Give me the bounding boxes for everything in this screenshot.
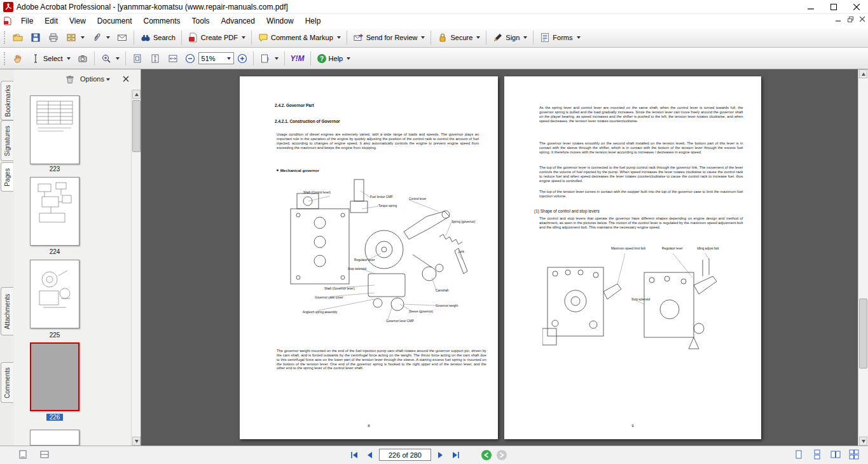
doc-minimize-icon[interactable] <box>836 17 841 22</box>
print-button[interactable] <box>45 30 62 45</box>
tab-attachments[interactable]: Attachments <box>1 287 13 335</box>
menu-document[interactable]: Document <box>92 14 138 28</box>
document-scrollbar[interactable] <box>858 69 868 446</box>
scrollbar-thumb[interactable] <box>132 100 141 152</box>
thumbnail-label-223[interactable]: 223 <box>30 165 79 172</box>
zoom-in-button[interactable] <box>234 51 251 66</box>
fit-width-button[interactable] <box>164 51 182 66</box>
forms-button[interactable]: Forms <box>536 30 583 45</box>
page-thumbnail-225[interactable] <box>30 260 79 328</box>
scroll-down-icon[interactable] <box>859 437 867 446</box>
scrollbar-thumb[interactable] <box>859 299 867 369</box>
comment-markup-button[interactable]: Comment & Markup <box>254 30 344 45</box>
thumbnail-label-225[interactable]: 225 <box>30 332 79 339</box>
facing-view-icon[interactable] <box>830 449 841 460</box>
next-page-button[interactable] <box>435 449 446 461</box>
options-menu-button[interactable]: Options <box>80 75 110 83</box>
continuous-facing-view-icon[interactable] <box>849 449 859 460</box>
paragraph-4: The top of the tension lever comes in co… <box>539 190 743 199</box>
continuous-view-icon[interactable] <box>812 449 822 460</box>
fit-page-button[interactable] <box>146 51 164 66</box>
split-view-icon[interactable] <box>39 449 50 460</box>
pdf-page-9: As the spring lever and control lever ar… <box>504 76 761 439</box>
send-for-review-label: Send for Review <box>366 34 418 41</box>
search-button[interactable]: Search <box>137 30 179 45</box>
menu-advanced[interactable]: Advanced <box>216 14 261 28</box>
toolbar-separator <box>284 52 285 66</box>
sign-button[interactable]: Sign <box>489 30 530 45</box>
close-button[interactable] <box>845 0 868 13</box>
send-for-review-icon <box>353 32 364 43</box>
paragraph-1: As the spring lever and control lever ar… <box>539 106 743 123</box>
create-pdf-button[interactable]: Create PDF <box>184 30 249 45</box>
bullet-label: Mechanical governor <box>280 168 319 172</box>
thumbnail-label-224[interactable]: 224 <box>30 248 79 255</box>
organizer-button[interactable] <box>62 30 88 45</box>
snapshot-tool-button[interactable] <box>74 51 92 66</box>
menu-file[interactable]: File <box>15 14 39 28</box>
attach-button[interactable] <box>88 30 113 45</box>
page-number-input[interactable]: 226 of 280 <box>379 449 431 461</box>
thumbnail-label-226[interactable]: 226 <box>30 414 79 421</box>
menu-edit[interactable]: Edit <box>39 14 64 28</box>
diagram-label: Torque spring <box>378 204 397 208</box>
tab-pages[interactable]: Pages <box>1 162 13 192</box>
page-thumbnail-224[interactable] <box>30 177 79 246</box>
next-view-button[interactable] <box>496 449 507 461</box>
page-thumbnail-partial[interactable] <box>30 430 79 446</box>
previous-view-button[interactable] <box>481 449 492 461</box>
scroll-down-icon[interactable] <box>132 437 141 446</box>
menu-comments[interactable]: Comments <box>138 14 186 28</box>
open-button[interactable] <box>9 30 27 45</box>
zoom-out-button[interactable] <box>182 51 198 66</box>
single-page-view-icon[interactable] <box>794 449 804 460</box>
delete-pages-button[interactable] <box>65 74 75 85</box>
toolbar-separator <box>347 31 347 45</box>
minimize-button[interactable] <box>799 0 822 13</box>
page-thumbnail-223[interactable] <box>30 95 79 164</box>
doc-close-icon[interactable] <box>860 17 865 22</box>
pages-panel-scrollbar[interactable] <box>131 90 141 446</box>
help-button[interactable]: ?Help <box>313 51 354 66</box>
search-label: Search <box>153 34 176 41</box>
scroll-up-icon[interactable] <box>132 90 141 99</box>
doc-restore-icon[interactable] <box>848 17 853 22</box>
document-viewport[interactable]: 2.4.2. Governor Part 2.4.2.1. Constructi… <box>141 69 858 446</box>
yahoo-messenger-button[interactable]: Y!M <box>287 51 308 66</box>
close-panel-button[interactable] <box>122 75 130 83</box>
save-button[interactable] <box>27 30 45 45</box>
toolbar-separator <box>533 31 534 45</box>
first-page-button[interactable] <box>348 449 360 461</box>
menu-view[interactable]: View <box>64 14 92 28</box>
send-for-review-button[interactable]: Send for Review <box>350 30 429 45</box>
page-display-button[interactable] <box>256 51 282 66</box>
close-icon <box>122 75 130 83</box>
tab-bookmarks[interactable]: Bookmarks <box>1 81 13 120</box>
menu-help[interactable]: Help <box>300 14 327 28</box>
last-page-button[interactable] <box>450 449 462 461</box>
hand-tool-button[interactable] <box>9 51 27 66</box>
maximize-button[interactable] <box>822 0 845 13</box>
toolbar-separator <box>486 31 486 45</box>
diagram-label: Shaft (Control lever) <box>303 191 331 195</box>
scroll-up-icon[interactable] <box>859 69 867 78</box>
menu-window[interactable]: Window <box>261 14 300 28</box>
secure-button[interactable]: Secure <box>434 30 483 45</box>
actual-size-icon <box>132 53 143 64</box>
tab-comments[interactable]: Comments <box>1 362 13 403</box>
tab-signatures[interactable]: Signatures <box>1 120 13 161</box>
options-label: Options <box>80 75 104 83</box>
zoom-level-input[interactable]: 51% <box>198 52 234 64</box>
select-tool-button[interactable]: Select <box>27 51 74 66</box>
diagram-label: Idling adjust bolt <box>697 247 719 251</box>
diagram-label: Regulator lever <box>662 247 683 251</box>
previous-page-button[interactable] <box>364 449 375 461</box>
section-heading: 2.4.2. Governor Part <box>275 103 314 108</box>
email-button[interactable] <box>113 30 131 45</box>
camera-icon <box>77 53 88 64</box>
zoom-tool-button[interactable] <box>97 51 123 66</box>
menu-tools[interactable]: Tools <box>186 14 216 28</box>
page-size-icon[interactable] <box>18 449 28 460</box>
actual-size-button[interactable] <box>128 51 146 66</box>
page-thumbnail-226-selected[interactable] <box>30 342 79 411</box>
